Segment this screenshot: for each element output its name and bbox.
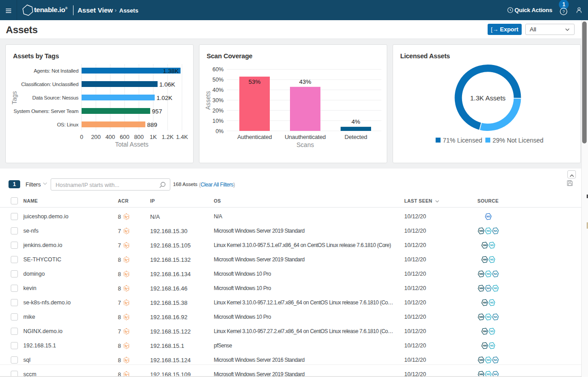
svg-text:NS: NS <box>490 244 493 247</box>
svg-text:53%: 53% <box>248 78 260 85</box>
svg-text:Agents: Not Installed: Agents: Not Installed <box>34 68 78 74</box>
svg-text:200: 200 <box>91 134 101 140</box>
svg-text:NM: NM <box>483 258 487 261</box>
svg-text:1.38K: 1.38K <box>163 68 179 74</box>
svg-text:Authenticated: Authenticated <box>238 134 272 140</box>
svg-text:30%: 30% <box>212 97 224 104</box>
svg-text:NS: NS <box>490 344 493 347</box>
svg-text:1.02K: 1.02K <box>156 95 172 101</box>
svg-text:NM: NM <box>479 373 483 376</box>
svg-text:NM: NM <box>479 316 483 318</box>
svg-text:1K: 1K <box>150 134 157 140</box>
svg-text:71% Licensed: 71% Licensed <box>443 137 482 144</box>
svg-text:Tags: Tags <box>11 91 18 104</box>
svg-text:NS: NS <box>486 273 490 275</box>
svg-text:800: 800 <box>134 134 144 140</box>
svg-text:NA: NA <box>493 316 497 318</box>
svg-text:Classification: Unclassified: Classification: Unclassified <box>21 82 78 87</box>
svg-text:NA: NA <box>493 359 497 361</box>
svg-text:NM: NM <box>483 330 487 333</box>
svg-text:50%: 50% <box>212 77 224 83</box>
svg-text:WS: WS <box>486 215 490 218</box>
svg-text:NS: NS <box>493 287 497 290</box>
svg-text:NS: NS <box>490 258 493 261</box>
svg-text:OS: Linux: OS: Linux <box>57 122 78 127</box>
svg-text:40%: 40% <box>212 87 224 93</box>
svg-text:NM: NM <box>483 344 487 347</box>
svg-text:System Owners: Server Team: System Owners: Server Team <box>13 108 78 114</box>
svg-text:NS: NS <box>490 301 493 304</box>
svg-text:957: 957 <box>152 108 162 115</box>
svg-text:60%: 60% <box>212 66 224 73</box>
svg-text:NA: NA <box>493 230 497 232</box>
svg-text:?: ? <box>562 9 565 14</box>
svg-text:NA: NA <box>493 273 497 275</box>
svg-text:889: 889 <box>147 121 157 128</box>
svg-text:NS: NS <box>490 330 493 333</box>
svg-text:29% Not Licensed: 29% Not Licensed <box>493 137 544 144</box>
svg-text:0%: 0% <box>216 128 224 134</box>
svg-text:43%: 43% <box>299 78 311 85</box>
svg-text:NM: NM <box>479 287 483 290</box>
svg-text:NS: NS <box>486 230 490 232</box>
svg-text:NM: NM <box>479 230 483 232</box>
svg-text:NM: NM <box>479 359 483 361</box>
svg-text:1.3K Assets: 1.3K Assets <box>470 94 506 102</box>
svg-text:4%: 4% <box>351 118 360 125</box>
svg-text:1.2K: 1.2K <box>162 134 174 140</box>
svg-text:1.06K: 1.06K <box>160 81 175 88</box>
svg-text:Data Source: Nessus: Data Source: Nessus <box>32 95 79 100</box>
svg-text:0: 0 <box>80 134 83 140</box>
svg-text:NM: NM <box>483 244 487 247</box>
svg-text:Total Assets: Total Assets <box>115 141 149 148</box>
svg-text:400: 400 <box>105 134 115 140</box>
svg-text:NM: NM <box>479 273 483 275</box>
svg-text:Detected: Detected <box>345 134 367 140</box>
svg-text:Assets: Assets <box>204 91 212 110</box>
svg-text:NA: NA <box>493 373 497 376</box>
svg-text:NS: NS <box>486 373 490 376</box>
svg-text:NS: NS <box>486 316 490 318</box>
svg-text:1.4K: 1.4K <box>176 134 188 140</box>
svg-text:20%: 20% <box>212 108 224 114</box>
svg-text:NS: NS <box>486 359 490 361</box>
svg-text:NA: NA <box>486 287 490 290</box>
svg-text:Scans: Scans <box>297 141 314 148</box>
svg-text:600: 600 <box>120 134 130 140</box>
svg-text:NM: NM <box>483 301 487 304</box>
svg-text:10%: 10% <box>212 118 224 124</box>
svg-text:Unauthenticated: Unauthenticated <box>285 134 326 140</box>
